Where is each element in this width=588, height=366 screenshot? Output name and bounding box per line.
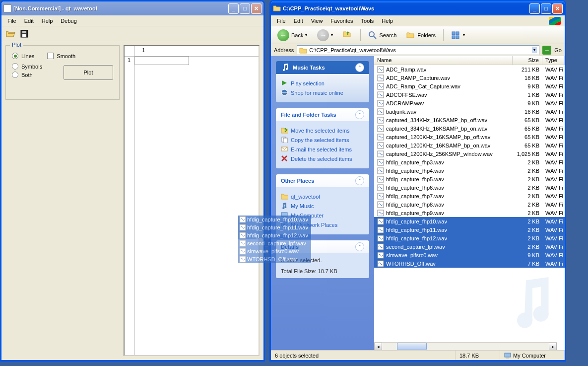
collapse-button[interactable]: ⌃ <box>355 242 364 251</box>
scrollbar-track[interactable] <box>382 343 549 350</box>
task-link[interactable]: Play selection <box>281 79 364 87</box>
save-button[interactable] <box>18 28 30 40</box>
chevron-down-icon[interactable]: ▾ <box>532 47 537 53</box>
file-row[interactable]: hfdig_capture_fhp10.wav2 KBWAV Fi <box>374 217 565 225</box>
file-row[interactable]: badjunk.wav16 KBWAV Fi <box>374 107 565 116</box>
file-row[interactable]: hfdig_capture_fhp12.wav2 KBWAV Fi <box>374 234 565 242</box>
plot-button[interactable]: Plot <box>64 65 113 80</box>
back-button[interactable]: ← Back ▾ <box>274 29 311 42</box>
task-link[interactable]: Shop for music online <box>281 89 364 97</box>
both-radio[interactable] <box>12 72 18 78</box>
menu-help[interactable]: Help <box>378 17 397 25</box>
chevron-down-icon[interactable]: ▾ <box>463 33 465 37</box>
col-size-header[interactable]: Size <box>513 56 542 65</box>
smooth-checkbox[interactable] <box>47 53 54 59</box>
menu-debug[interactable]: Debug <box>57 17 80 25</box>
file-row[interactable]: hfdig_capture_fhp9.wav2 KBWAV Fi <box>374 209 565 217</box>
task-link[interactable]: Delete the selected items <box>281 155 364 163</box>
file-row[interactable]: WTORHSD_Off.wav7 KBWAV Fi <box>374 259 565 268</box>
wav-file-icon <box>377 125 384 132</box>
file-row[interactable]: hfdig_capture_fhp11.wav2 KBWAV Fi <box>374 225 565 234</box>
scrollbar-thumb[interactable] <box>397 343 427 350</box>
wav-file-icon <box>377 176 384 183</box>
file-row[interactable]: captured_1200KHz_16KSAMP_bp_off.wav65 KB… <box>374 133 565 141</box>
panel-title: Music Tasks <box>293 65 325 71</box>
svg-rect-20 <box>506 358 509 359</box>
minimize-button[interactable]: _ <box>228 3 239 14</box>
collapse-button[interactable]: ⌃ <box>355 176 364 185</box>
file-row[interactable]: hfdig_capture_fhp3.wav2 KBWAV Fi <box>374 158 565 166</box>
folders-button[interactable]: Folders <box>403 29 439 42</box>
file-row[interactable]: hfdig_capture_fhp7.wav2 KBWAV Fi <box>374 192 565 200</box>
tasks-pane: Music Tasks ⌃ Play selectionShop for mus… <box>271 56 374 350</box>
file-row[interactable]: hfdig_capture_fhp4.wav2 KBWAV Fi <box>374 166 565 175</box>
up-button[interactable] <box>339 29 356 42</box>
file-row[interactable]: ADCOFFSE.wav1 KBWAV Fi <box>374 90 565 99</box>
titlebar[interactable]: [Non-Commercial] - qt_wavetool _ □ ✕ <box>1 1 263 15</box>
collapse-button[interactable]: ⌃ <box>355 63 364 72</box>
list-rows[interactable]: ADC_Ramp.wav211 KBWAV FiADC_RAMP_Capture… <box>374 65 565 350</box>
file-row[interactable]: ADCRAMP.wav9 KBWAV Fi <box>374 99 565 107</box>
file-row[interactable]: hfdig_capture_fhp6.wav2 KBWAV Fi <box>374 183 565 192</box>
file-row[interactable]: hfdig_capture_fhp5.wav2 KBWAV Fi <box>374 175 565 183</box>
views-button[interactable]: ▾ <box>448 29 468 42</box>
wav-file-icon <box>377 260 384 267</box>
wav-file-icon <box>377 167 384 174</box>
horizontal-scrollbar[interactable]: ◂ ▸ <box>374 342 557 350</box>
details-line2: Total File Size: 18.7 KB <box>281 268 364 274</box>
task-icon <box>281 146 288 153</box>
file-row[interactable]: captured_334KHz_16KSAMP_bp_on.wav65 KBWA… <box>374 124 565 133</box>
drag-ghost-item: second_capture_lpf.wav <box>238 239 311 247</box>
menu-edit[interactable]: Edit <box>290 17 307 25</box>
menu-favorites[interactable]: Favorites <box>327 17 357 25</box>
file-row[interactable]: captured_1200KHz_16KSAMP_bp_on.wav65 KBW… <box>374 141 565 149</box>
svg-rect-8 <box>452 36 455 39</box>
search-button[interactable]: Search <box>365 29 400 42</box>
scroll-left-button[interactable]: ◂ <box>374 343 382 350</box>
menu-file[interactable]: File <box>273 17 290 25</box>
maximize-button[interactable]: □ <box>541 3 551 14</box>
file-row[interactable]: second_capture_lpf.wav2 KBWAV Fi <box>374 242 565 251</box>
close-button[interactable]: ✕ <box>552 3 563 14</box>
menu-help[interactable]: Help <box>38 17 57 25</box>
titlebar[interactable]: C:\CPP_Practice\qt_wavetool\Wavs _ □ ✕ <box>271 1 565 15</box>
symbols-radio[interactable] <box>12 63 18 70</box>
task-icon <box>281 155 288 163</box>
file-row[interactable]: ADC_Ramp.wav211 KBWAV Fi <box>374 65 565 73</box>
task-icon <box>281 127 288 135</box>
task-link[interactable]: Copy the selected items <box>281 136 364 144</box>
lines-radio[interactable] <box>12 53 18 59</box>
open-button[interactable] <box>4 28 16 40</box>
maximize-button[interactable]: □ <box>240 3 250 14</box>
file-row[interactable]: simwave_plfsrc0.wav9 KBWAV Fi <box>374 251 565 259</box>
address-input[interactable]: C:\CPP_Practice\qt_wavetool\Wavs ▾ <box>297 45 539 55</box>
task-link[interactable]: My Music <box>281 202 364 210</box>
menu-file[interactable]: File <box>3 17 20 25</box>
collapse-button[interactable]: ⌃ <box>355 110 364 119</box>
chevron-down-icon[interactable]: ▾ <box>305 33 307 37</box>
minimize-button[interactable]: _ <box>529 3 540 14</box>
task-link[interactable]: Move the selected items <box>281 127 364 135</box>
go-button[interactable]: → <box>542 46 551 55</box>
menu-edit[interactable]: Edit <box>20 17 38 25</box>
task-link[interactable]: qt_wavetool <box>281 193 364 201</box>
grid-cell-editor[interactable] <box>134 56 189 65</box>
menu-tools[interactable]: Tools <box>357 17 378 25</box>
col-name-header[interactable]: Name <box>374 56 513 65</box>
file-row[interactable]: captured_334KHz_16KSAMP_bp_off.wav65 KBW… <box>374 116 565 124</box>
chevron-down-icon[interactable]: ▾ <box>331 33 333 37</box>
wav-file-icon <box>377 243 384 250</box>
file-row[interactable]: hfdig_capture_fhp8.wav2 KBWAV Fi <box>374 200 565 209</box>
forward-button[interactable]: → ▾ <box>314 29 336 42</box>
grid-row-label: 1 <box>128 57 131 63</box>
close-button[interactable]: ✕ <box>251 3 261 14</box>
menu-view[interactable]: View <box>307 17 327 25</box>
file-row[interactable]: captured_1200KHz_256KSMP_window.wav1,025… <box>374 149 565 158</box>
file-row[interactable]: ADC_Ramp_Cat_Capture.wav9 KBWAV Fi <box>374 82 565 90</box>
scroll-right-button[interactable]: ▸ <box>549 343 557 350</box>
col-type-header[interactable]: Type <box>542 56 565 65</box>
plot-canvas[interactable]: 1 1 <box>124 45 260 356</box>
panel-title: Other Places <box>281 178 314 184</box>
task-link[interactable]: E-mail the selected items <box>281 146 364 153</box>
file-row[interactable]: ADC_RAMP_Capture.wav18 KBWAV Fi <box>374 73 565 82</box>
